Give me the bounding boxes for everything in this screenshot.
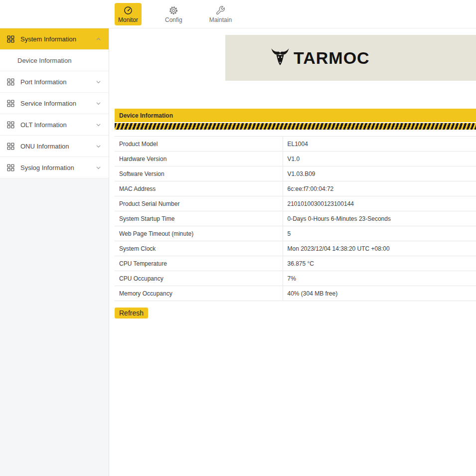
table-row-label: CPU Occupancy	[115, 271, 283, 286]
grid-icon	[7, 100, 14, 107]
table-row: Memory Occupancy 40% (304 MB free)	[115, 286, 476, 301]
section-title: Device Information	[119, 112, 173, 119]
topbar: Monitor Config Maintain	[0, 0, 476, 28]
table-row-label: System Clock	[115, 241, 283, 256]
table-row-label: Product Model	[115, 137, 283, 152]
grid-icon	[7, 164, 14, 171]
sidebar-item-label: Service Information	[20, 100, 76, 107]
table-row-label: Product Serial Number	[115, 196, 283, 211]
section-header: Device Information	[115, 109, 476, 122]
gauge-icon	[123, 5, 133, 15]
sidebar-item-service-information[interactable]: Service Information	[0, 93, 109, 114]
table-row: CPU Temperature 36.875 °C	[115, 256, 476, 271]
table-row: System Clock Mon 2023/12/04 14:38:20 UTC…	[115, 241, 476, 256]
sidebar-item-port-information[interactable]: Port Information	[0, 71, 109, 93]
brand-banner: TARMOC	[225, 35, 476, 81]
table-row-value: 36.875 °C	[283, 256, 476, 271]
grid-icon	[7, 35, 14, 43]
table-row-value: 5	[283, 226, 476, 241]
table-row-value: V1.03.B09	[283, 166, 476, 181]
chevron-down-icon	[96, 122, 101, 128]
table-row-value: 6c:ee:f7:00:04:72	[283, 181, 476, 196]
sidebar: System Information Device Information Po…	[0, 28, 109, 476]
gear-icon	[168, 5, 178, 15]
sidebar-item-label: Port Information	[20, 78, 67, 86]
device-info-section: Device Information Product Model EL1004 …	[115, 109, 476, 318]
sidebar-item-label: Syslog Information	[20, 164, 74, 171]
table-row: Product Model EL1004	[115, 137, 476, 152]
table-row: MAC Address 6c:ee:f7:00:04:72	[115, 181, 476, 196]
table-row: System Startup Time 0-Days 0-Hours 6-Min…	[115, 211, 476, 226]
chevron-down-icon	[96, 79, 101, 85]
chevron-down-icon	[96, 165, 101, 170]
hazard-stripe	[115, 123, 476, 130]
table-row-value: 40% (304 MB free)	[283, 286, 476, 301]
sidebar-item-label: System Information	[20, 35, 76, 43]
table-row-value: EL1004	[283, 137, 476, 152]
wrench-icon	[215, 5, 225, 15]
table-row: Web Page Timeout (minute) 5	[115, 226, 476, 241]
table-row-value: 21010100300123100144	[283, 196, 476, 211]
nav-item-monitor[interactable]: Monitor	[115, 3, 142, 25]
table-row-label: CPU Temperature	[115, 256, 283, 271]
nav-item-maintain[interactable]: Maintain	[206, 3, 235, 25]
refresh-button[interactable]: Refresh	[115, 308, 148, 318]
table-row-value: V1.0	[283, 152, 476, 166]
nav-item-config-label: Config	[165, 17, 182, 23]
sidebar-item-system-information[interactable]: System Information	[0, 28, 109, 50]
brand-wordmark: TARMOC	[294, 48, 370, 68]
chevron-down-icon	[96, 144, 101, 149]
bull-logo-icon	[270, 47, 290, 69]
table-row-value: Mon 2023/12/04 14:38:20 UTC +08:00	[283, 241, 476, 256]
grid-icon	[7, 143, 14, 150]
table-row-label: Software Version	[115, 166, 283, 181]
sidebar-item-device-information[interactable]: Device Information	[0, 50, 109, 71]
table-row-label: Web Page Timeout (minute)	[115, 226, 283, 241]
grid-icon	[7, 78, 14, 86]
sidebar-item-onu-information[interactable]: ONU Information	[0, 136, 109, 157]
table-row: Product Serial Number 210101003001231001…	[115, 196, 476, 211]
table-row-value: 0-Days 0-Hours 6-Minutes 23-Seconds	[283, 211, 476, 226]
nav-item-config[interactable]: Config	[161, 3, 186, 25]
table-row: CPU Occupancy 7%	[115, 271, 476, 286]
brand-logo: TARMOC	[270, 47, 370, 69]
main-content: TARMOC Device Information Product Model …	[110, 28, 476, 476]
table-row-label: Hardware Version	[115, 152, 283, 166]
chevron-up-icon	[96, 36, 101, 42]
nav-item-monitor-label: Monitor	[118, 17, 138, 23]
table-row-label: MAC Address	[115, 181, 283, 196]
table-row-label: System Startup Time	[115, 211, 283, 226]
sidebar-item-syslog-information[interactable]: Syslog Information	[0, 157, 109, 178]
device-info-table: Product Model EL1004 Hardware Version V1…	[115, 136, 476, 301]
grid-icon	[7, 121, 14, 129]
table-row-value: 7%	[283, 271, 476, 286]
chevron-down-icon	[96, 101, 101, 106]
sidebar-item-olt-information[interactable]: OLT Information	[0, 114, 109, 136]
sidebar-item-label: ONU Information	[20, 143, 69, 150]
table-row: Software Version V1.03.B09	[115, 166, 476, 181]
table-row-label: Memory Occupancy	[115, 286, 283, 301]
sidebar-item-label: Device Information	[17, 57, 71, 64]
sidebar-item-label: OLT Information	[20, 121, 67, 129]
table-row: Hardware Version V1.0	[115, 152, 476, 166]
nav-item-maintain-label: Maintain	[209, 17, 232, 23]
